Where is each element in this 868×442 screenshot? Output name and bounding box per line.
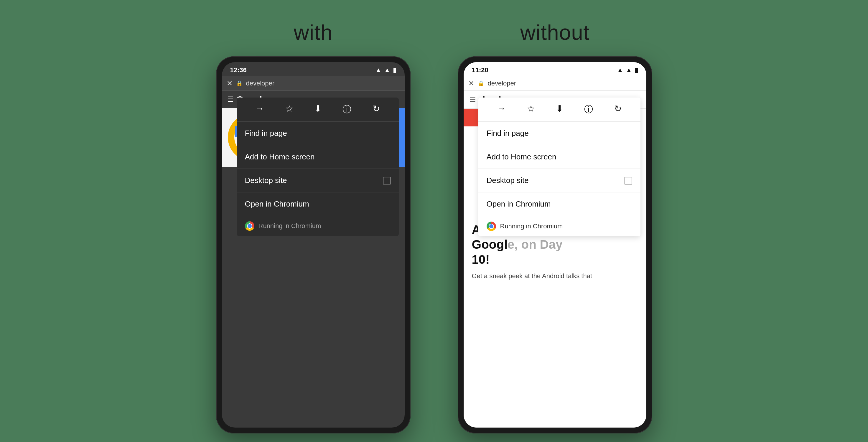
left-open-in-chromium[interactable]: Open in Chromium	[237, 192, 399, 216]
right-menu-icons-row: → ☆ ⬇ ⓘ ↻	[478, 98, 641, 122]
left-status-right: ▲ ▲ ▮	[375, 66, 396, 74]
right-phone-screen: 11:20 ▲ ▲ ▮ ✕ 🔒 developer ☰ develop	[464, 62, 646, 428]
left-bookmark-icon[interactable]: ☆	[285, 103, 293, 116]
left-desktop-site-checkbox[interactable]	[383, 177, 391, 185]
left-url-text: developer	[246, 80, 400, 87]
right-article-content: AndroGoogle, on Day10! Get a sneak peek …	[464, 215, 646, 428]
right-section: without 11:20 ▲ ▲ ▮ ✕ 🔒 developer	[458, 20, 652, 434]
left-find-in-page[interactable]: Find in page	[237, 122, 399, 145]
main-container: with 12:36 ▲ ▲ ▮ ✕ 🔒 developer	[216, 8, 652, 434]
left-menu-icons-row: → ☆ ⬇ ⓘ ↻	[237, 98, 399, 122]
right-dropdown-menu: → ☆ ⬇ ⓘ ↻ Find in page Add to Home scree…	[478, 98, 641, 236]
right-status-bar: 11:20 ▲ ▲ ▮	[464, 62, 646, 76]
left-dropdown-menu: → ☆ ⬇ ⓘ ↻ Find in page Add to Home scree…	[237, 98, 399, 236]
right-desktop-site-checkbox[interactable]	[624, 177, 632, 185]
right-footer-text: Running in Chromium	[500, 222, 563, 230]
left-forward-icon[interactable]: →	[255, 103, 264, 116]
left-menu-footer: Running in Chromium	[237, 216, 399, 236]
left-download-icon[interactable]: ⬇	[314, 103, 321, 116]
left-add-to-home-screen[interactable]: Add to Home screen	[237, 145, 399, 169]
right-menu-footer: Running in Chromium	[478, 216, 641, 236]
battery-icon: ▮	[393, 66, 396, 74]
right-lock-icon: 🔒	[478, 80, 484, 87]
left-lock-icon: 🔒	[236, 80, 243, 87]
right-status-right: ▲ ▲ ▮	[617, 66, 638, 74]
right-find-in-page[interactable]: Find in page	[478, 122, 641, 145]
left-phone-screen: 12:36 ▲ ▲ ▮ ✕ 🔒 developer ☰ Google	[222, 62, 405, 428]
right-article-subtitle: Get a sneak peek at the Android talks th…	[472, 271, 638, 281]
right-battery-icon: ▮	[634, 66, 638, 74]
left-phone-frame: 12:36 ▲ ▲ ▮ ✕ 🔒 developer ☰ Google	[216, 56, 410, 434]
right-download-icon[interactable]: ⬇	[556, 103, 563, 116]
right-signal-icon: ▲	[626, 66, 632, 74]
left-footer-text: Running in Chromium	[258, 222, 321, 230]
right-info-icon[interactable]: ⓘ	[584, 103, 593, 116]
left-chromium-icon	[245, 221, 254, 231]
left-info-icon[interactable]: ⓘ	[342, 103, 351, 116]
right-desktop-site[interactable]: Desktop site	[478, 169, 641, 192]
right-refresh-icon[interactable]: ↻	[614, 103, 622, 116]
left-desktop-site[interactable]: Desktop site	[237, 169, 399, 192]
signal-icon: ▲	[384, 66, 391, 74]
right-time: 11:20	[472, 66, 488, 74]
right-add-to-home-screen[interactable]: Add to Home screen	[478, 145, 641, 169]
left-hamburger-icon[interactable]: ☰	[227, 95, 234, 103]
right-open-in-chromium[interactable]: Open in Chromium	[478, 192, 641, 216]
left-section: with 12:36 ▲ ▲ ▮ ✕ 🔒 developer	[216, 20, 410, 434]
left-time: 12:36	[230, 66, 247, 74]
left-refresh-icon[interactable]: ↻	[373, 103, 380, 116]
right-bookmark-icon[interactable]: ☆	[527, 103, 535, 116]
left-label: with	[293, 20, 333, 44]
right-wifi-icon: ▲	[617, 66, 623, 74]
left-status-bar: 12:36 ▲ ▲ ▮	[222, 62, 405, 76]
right-chromium-icon	[487, 222, 496, 231]
right-phone-frame: 11:20 ▲ ▲ ▮ ✕ 🔒 developer ☰ develop	[458, 56, 652, 434]
right-label: without	[520, 20, 589, 44]
right-close-button[interactable]: ✕	[468, 79, 474, 88]
wifi-icon: ▲	[375, 66, 382, 74]
left-browser-bar[interactable]: ✕ 🔒 developer	[222, 76, 405, 91]
left-close-button[interactable]: ✕	[227, 79, 232, 88]
right-url-text: developer	[488, 80, 642, 87]
right-browser-bar[interactable]: ✕ 🔒 developer	[464, 76, 646, 91]
right-hamburger-icon[interactable]: ☰	[469, 95, 476, 104]
right-forward-icon[interactable]: →	[497, 103, 506, 116]
